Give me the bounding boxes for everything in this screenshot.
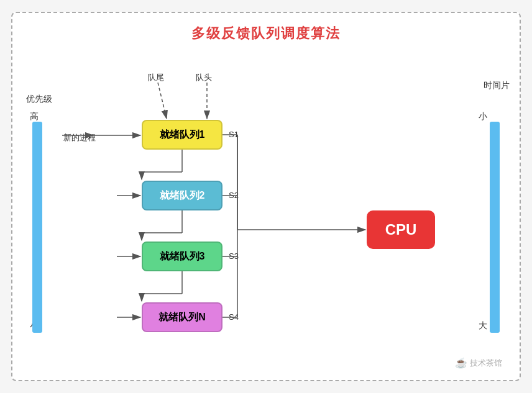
- queue-box-2: 就绪队列2: [142, 181, 222, 210]
- queue-box-4: 就绪队列N: [142, 302, 222, 332]
- svg-rect-3: [490, 122, 500, 333]
- arrows-svg: [12, 13, 522, 382]
- svg-rect-1: [32, 122, 42, 333]
- diagram-title: 多级反馈队列调度算法: [12, 13, 520, 43]
- priority-label: 优先级: [26, 94, 52, 105]
- cpu-box: CPU: [367, 210, 435, 249]
- priority-arrow: [24, 122, 51, 333]
- label-duitou: 队头: [196, 72, 212, 83]
- s2-label: S2: [229, 191, 239, 200]
- queue-box-3: 就绪队列3: [142, 242, 222, 271]
- new-process-label: 新的进程: [63, 132, 96, 143]
- s1-label: S1: [229, 130, 239, 139]
- s4-label: S4: [229, 312, 239, 322]
- label-wuwei: 队尾: [148, 72, 164, 83]
- timeslice-small: 小: [479, 111, 487, 122]
- watermark: ☕ 技术茶馆: [455, 357, 502, 369]
- priority-high: 高: [30, 111, 39, 122]
- s3-label: S3: [229, 251, 239, 261]
- queue-box-1: 就绪队列1: [142, 120, 222, 150]
- timeslice-arrow: [481, 122, 508, 333]
- timeslice-label: 时间片: [484, 80, 510, 91]
- svg-line-7: [158, 83, 167, 119]
- diagram-container: 多级反馈队列调度算法 优先级 高 小 时间片 小 大 队尾 队头 新的进程 就绪…: [11, 12, 521, 381]
